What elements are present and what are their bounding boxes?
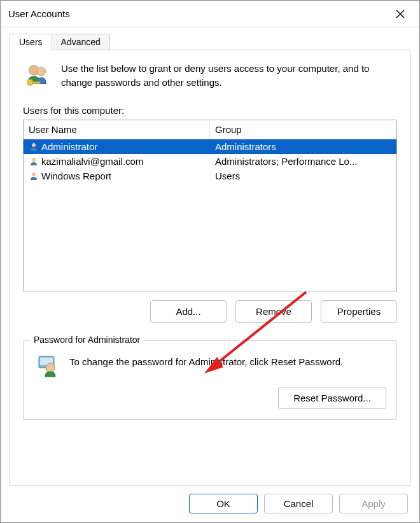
tab-advanced[interactable]: Advanced [52, 34, 110, 50]
user-row-email[interactable]: kazimalialvi@gmail.com Administrators; P… [24, 154, 396, 169]
apply-button[interactable]: Apply [339, 494, 408, 513]
ok-button[interactable]: OK [189, 494, 258, 513]
tab-panel-users: Use the list below to grant or deny user… [10, 50, 410, 486]
tab-users[interactable]: Users [10, 34, 52, 50]
svg-point-6 [32, 143, 36, 147]
svg-point-11 [46, 363, 55, 372]
svg-rect-5 [32, 82, 40, 84]
user-row-windows-report[interactable]: Windows Report Users [24, 169, 396, 183]
password-user-icon [34, 352, 59, 378]
user-list[interactable]: User Name Group Administrator Administra… [23, 120, 397, 291]
users-keys-icon [23, 62, 52, 91]
column-header-group[interactable]: Group [210, 120, 396, 139]
svg-point-8 [32, 172, 36, 176]
dialog-footer: OK Cancel Apply [1, 486, 419, 522]
user-name-cell: kazimalialvi@gmail.com [41, 156, 143, 167]
svg-point-4 [27, 80, 34, 86]
user-icon [29, 142, 39, 152]
user-group-cell: Administrators; Performance Lo... [210, 154, 396, 169]
properties-button[interactable]: Properties [321, 300, 397, 323]
remove-button[interactable]: Remove [235, 300, 312, 323]
user-icon [29, 157, 39, 167]
column-header-username[interactable]: User Name [24, 120, 210, 139]
password-group-label: Password for Administrator [30, 335, 144, 345]
close-button[interactable] [388, 4, 413, 24]
svg-point-3 [37, 67, 45, 76]
intro-text: Use the list below to grant or deny user… [61, 62, 397, 90]
user-name-cell: Windows Report [41, 171, 111, 181]
user-group-cell: Administrators [210, 139, 396, 154]
svg-point-7 [32, 158, 36, 162]
tabstrip: Users Advanced [1, 27, 419, 50]
add-button[interactable]: Add... [150, 300, 227, 323]
user-icon [29, 171, 39, 181]
password-instruction: To change the password for Administrator… [69, 352, 343, 369]
user-accounts-dialog: User Accounts Users Advanced Use the lis… [0, 0, 420, 523]
close-icon [396, 10, 405, 18]
user-row-administrator[interactable]: Administrator Administrators [24, 139, 396, 154]
user-group-cell: Users [210, 169, 396, 183]
user-button-row: Add... Remove Properties [23, 300, 397, 323]
cancel-button[interactable]: Cancel [264, 494, 333, 513]
dialog-title: User Accounts [8, 8, 388, 19]
intro-row: Use the list below to grant or deny user… [23, 62, 397, 91]
reset-password-button[interactable]: Reset Password... [278, 387, 386, 409]
list-label: Users for this computer: [23, 105, 397, 116]
password-group: Password for Administrator To change the… [23, 340, 397, 420]
user-name-cell: Administrator [41, 141, 97, 152]
list-header: User Name Group [24, 120, 396, 139]
titlebar: User Accounts [1, 1, 419, 27]
